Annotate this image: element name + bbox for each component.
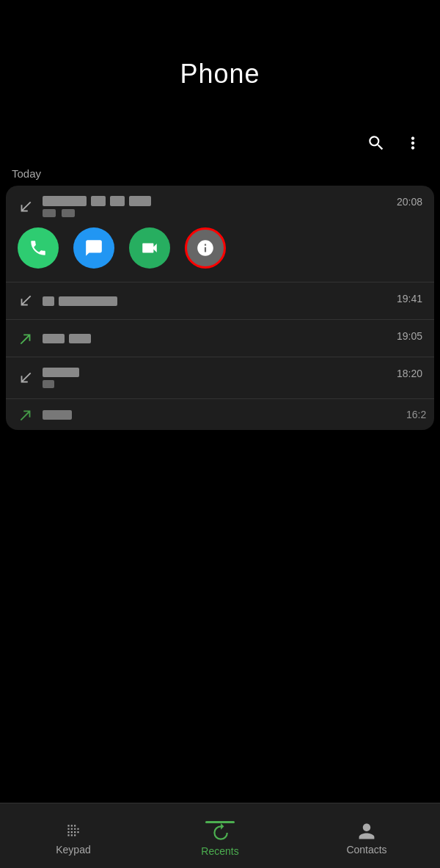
call-item-2[interactable]: 19:41: [6, 282, 434, 320]
call-time-1: 20:08: [397, 196, 422, 208]
call-item-1[interactable]: 20:08: [6, 186, 434, 282]
sms-button[interactable]: [73, 227, 114, 269]
call-button[interactable]: [18, 227, 59, 269]
section-label: Today: [0, 167, 440, 186]
nav-label-recents: Recents: [201, 845, 238, 857]
more-options-icon[interactable]: [403, 134, 422, 156]
bottom-nav: Keypad Recents Contacts: [0, 803, 440, 868]
call-item-5-partial[interactable]: 16:2: [6, 399, 434, 430]
call-time-2: 19:41: [397, 293, 422, 304]
page-title: Phone: [0, 0, 440, 90]
info-button[interactable]: [185, 227, 226, 269]
call-item-3[interactable]: 19:05: [6, 320, 434, 357]
nav-item-keypad[interactable]: Keypad: [0, 816, 147, 856]
video-button[interactable]: [129, 227, 170, 269]
call-item-4[interactable]: 18:20: [6, 357, 434, 399]
search-icon[interactable]: [367, 134, 386, 156]
nav-item-contacts[interactable]: Contacts: [293, 816, 440, 856]
call-time-3: 19:05: [397, 330, 422, 342]
nav-label-contacts: Contacts: [346, 844, 386, 856]
recents-card: 20:08: [6, 186, 434, 430]
nav-item-recents[interactable]: Recents: [147, 815, 293, 857]
nav-label-keypad: Keypad: [56, 844, 90, 856]
call-time-4: 18:20: [397, 368, 422, 379]
